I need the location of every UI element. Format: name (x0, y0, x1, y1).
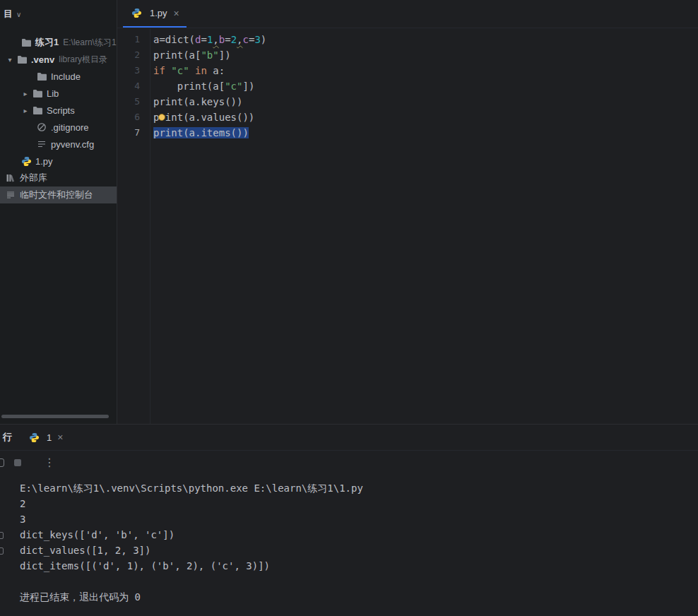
python-file-icon (130, 8, 143, 18)
ide-window: 目 ∨ 练习1E:\learn\练习1▾.venvlibrary根目录Inclu… (0, 0, 698, 616)
stop-icon[interactable] (11, 458, 24, 467)
tree-item[interactable]: 外部库 (0, 170, 117, 186)
run-tabbar: 行 1 × (0, 425, 698, 451)
close-icon[interactable]: × (174, 8, 179, 19)
console-line: 3 (20, 511, 698, 527)
code-line[interactable]: print(a.items()) (153, 125, 698, 141)
tree-item[interactable]: pyvenv.cfg (0, 136, 117, 153)
project-panel-header[interactable]: 目 ∨ (0, 0, 117, 28)
chevron-down-icon[interactable]: ▾ (4, 56, 16, 64)
line-number[interactable]: 7 (117, 125, 150, 141)
editor[interactable]: 1234567 a=dict(d=1,b=2,c=3)print(a["b"])… (117, 29, 698, 424)
editor-tabbar: 1.py × (117, 0, 698, 28)
console-icon (4, 190, 17, 200)
tree-item[interactable]: 临时文件和控制台 (0, 186, 117, 203)
run-tab-1[interactable]: 1 × (22, 425, 69, 450)
python-run-icon (28, 432, 40, 443)
run-panel-title: 行 (0, 431, 22, 444)
gutter: 1234567 (117, 29, 150, 424)
tree-item-label: Include (51, 71, 81, 82)
console-line: dict_keys(['d', 'b', 'c']) (20, 527, 698, 543)
tree-item[interactable]: ▾.venvlibrary根目录 (0, 51, 117, 68)
tree-item-label: pyvenv.cfg (51, 139, 94, 150)
folder-icon (20, 38, 32, 47)
partial-icon[interactable] (0, 547, 4, 555)
code-line[interactable]: print(a.values()) (153, 109, 698, 125)
project-panel-title: 目 (4, 8, 13, 20)
tree-item-label: 1.py (35, 156, 53, 167)
tree-item-hint: library根目录 (59, 54, 107, 66)
tree-item-label: .venv (31, 54, 54, 65)
line-number[interactable]: 5 (117, 94, 150, 109)
code-line[interactable]: print(a["c"]) (153, 78, 698, 94)
line-number[interactable]: 1 (117, 32, 150, 47)
tree-item-label: Scripts (47, 105, 75, 116)
line-number[interactable]: 3 (117, 63, 150, 78)
line-number[interactable]: 6 (117, 109, 150, 125)
intention-bulb-icon[interactable] (158, 114, 165, 121)
console-line: dict_items([('d', 1), ('b', 2), ('c', 3)… (20, 558, 698, 574)
chevron-down-icon: ∨ (16, 11, 21, 18)
tree-item[interactable]: .gitignore (0, 119, 117, 136)
code-line[interactable]: a=dict(d=1,b=2,c=3) (153, 32, 698, 47)
code-line[interactable]: if "c" in a: (153, 63, 698, 78)
tree-item-label: 练习1 (35, 36, 59, 49)
tree-item[interactable]: 练习1E:\learn\练习1 (0, 34, 117, 51)
console-line (20, 574, 698, 589)
console-line: 2 (20, 496, 698, 511)
console-line: 进程已结束，退出代码为 0 (20, 589, 698, 605)
console-line: dict_values([1, 2, 3]) (20, 543, 698, 558)
code-area[interactable]: a=dict(d=1,b=2,c=3)print(a["b"])if "c" i… (150, 29, 698, 424)
tree-item-label: .gitignore (51, 122, 88, 133)
project-panel: 目 ∨ 练习1E:\learn\练习1▾.venvlibrary根目录Inclu… (0, 0, 117, 424)
chevron-right-icon[interactable]: ▸ (20, 90, 31, 97)
code-line[interactable]: print(a.keys()) (153, 94, 698, 109)
line-number[interactable]: 2 (117, 47, 150, 63)
run-panel: 行 1 × ⋮ E:\learn\练习1\.venv\Scripts\pytho… (0, 424, 698, 616)
tree-item[interactable]: 1.py (0, 153, 117, 170)
library-icon (4, 173, 17, 183)
editor-area: 1.py × 1234567 a=dict(d=1,b=2,c=3)print(… (117, 0, 698, 424)
console-output[interactable]: E:\learn\练习1\.venv\Scripts\python.exe E:… (0, 475, 698, 605)
run-toolbar: ⋮ (0, 451, 698, 475)
folder-icon (16, 55, 28, 64)
close-icon[interactable]: × (57, 432, 63, 443)
editor-tab-1py[interactable]: 1.py × (123, 0, 187, 28)
tree-item[interactable]: ▸Lib (0, 85, 117, 102)
tree-item-label: 临时文件和控制台 (20, 189, 93, 201)
line-number[interactable]: 4 (117, 78, 150, 94)
folder-icon (31, 89, 44, 98)
horizontal-scrollbar[interactable] (1, 415, 109, 418)
tree-item[interactable]: ▸Scripts (0, 102, 117, 119)
rerun-icon[interactable] (0, 458, 4, 467)
project-tree: 练习1E:\learn\练习1▾.venvlibrary根目录Include▸L… (0, 28, 117, 203)
tree-item-hint: E:\learn\练习1 (63, 37, 116, 49)
run-tab-label: 1 (47, 432, 52, 443)
editor-tab-label: 1.py (150, 8, 167, 18)
chevron-right-icon[interactable]: ▸ (20, 107, 31, 114)
tree-item[interactable]: Include (0, 68, 117, 85)
folder-icon (31, 106, 44, 115)
folder-icon (35, 72, 48, 81)
partial-icon[interactable] (0, 532, 4, 539)
tree-item-label: 外部库 (20, 172, 47, 184)
python-icon (20, 156, 32, 167)
console-line: E:\learn\练习1\.venv\Scripts\python.exe E:… (20, 480, 698, 496)
ignore-icon (35, 122, 48, 132)
code-line[interactable]: print(a["b"]) (153, 47, 698, 63)
tree-item-label: Lib (47, 88, 59, 99)
config-icon (35, 139, 48, 149)
more-options-icon[interactable]: ⋮ (44, 457, 55, 468)
